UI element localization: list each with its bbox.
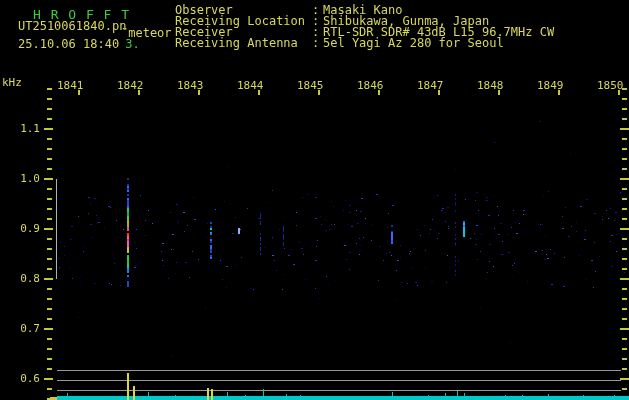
time-tick-label: 1850 [597, 79, 624, 92]
freq-tick-label: 1.1 [0, 122, 40, 135]
datetime-line: 25.10.06 18:403. [18, 38, 140, 50]
freq-tick-label: 0.8 [0, 272, 40, 285]
time-tick-label: 1845 [297, 79, 324, 92]
time-tick-label: 1849 [537, 79, 564, 92]
spectrogram-canvas [0, 0, 629, 400]
freq-tick-label: 0.6 [0, 372, 40, 385]
time-tick-label: 1841 [57, 79, 84, 92]
info-colon: : [312, 37, 323, 49]
time-tick-label: 1842 [117, 79, 144, 92]
freq-tick-label: 0.9 [0, 222, 40, 235]
info-label: Receiving Antenna [175, 37, 312, 49]
info-value: 5el Yagi Az 280 for Seoul [323, 37, 504, 49]
datetime-label: 25.10.06 18:40 [18, 37, 119, 51]
freq-unit-label: kHz [2, 77, 22, 88]
freq-tick-label: 1.0 [0, 172, 40, 185]
station-info: Observer:Masaki KanoReceiving Location:S… [175, 4, 554, 48]
time-tick-label: 1847 [417, 79, 444, 92]
time-tick-label: 1844 [237, 79, 264, 92]
meteor-count: 3. [125, 37, 139, 51]
hrofft-screen: H R O F F T UT2510061840.pn ¨meteor 25.1… [0, 0, 629, 400]
filename-label: UT2510061840.pn [18, 20, 126, 32]
freq-tick-label: 0.7 [0, 322, 40, 335]
time-tick-label: 1843 [177, 79, 204, 92]
time-tick-label: 1846 [357, 79, 384, 92]
info-row: Receiving Antenna:5el Yagi Az 280 for Se… [175, 37, 554, 48]
time-tick-label: 1848 [477, 79, 504, 92]
